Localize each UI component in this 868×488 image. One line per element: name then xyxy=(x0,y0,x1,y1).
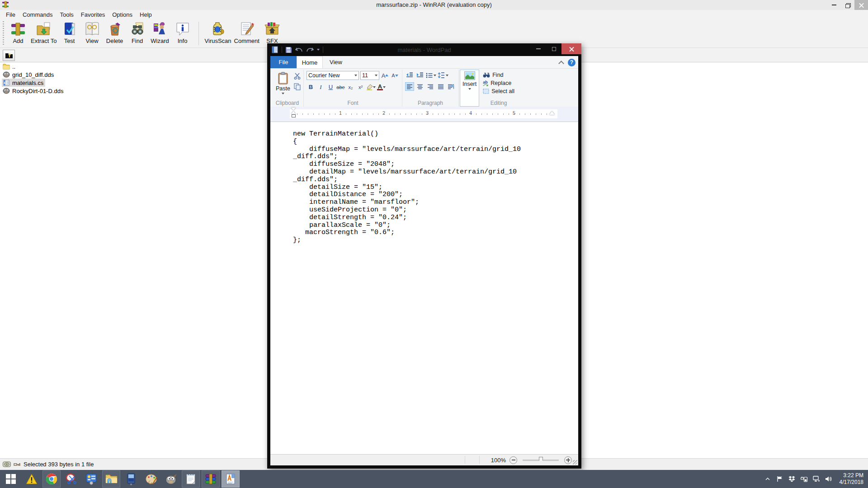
superscript-button[interactable]: x² xyxy=(356,83,365,91)
zoom-slider-thumb[interactable] xyxy=(539,457,543,462)
taskbar-snipping-tool[interactable] xyxy=(62,470,80,488)
virusscan-button[interactable]: VirusScan xyxy=(203,20,233,47)
test-button[interactable]: Test xyxy=(58,20,81,47)
paste-button[interactable]: Paste xyxy=(274,71,292,100)
zoom-slider[interactable] xyxy=(523,460,559,461)
find-button[interactable]: Find xyxy=(126,20,149,47)
extract-folder-icon xyxy=(35,20,52,38)
taskbar-clock[interactable]: 3:22 PM 4/17/2018 xyxy=(837,472,863,486)
font-color-button[interactable]: A xyxy=(377,83,386,91)
wordpad-close-button[interactable] xyxy=(561,43,581,54)
replace-label: Replace xyxy=(491,80,511,86)
zoom-out-button[interactable] xyxy=(509,456,517,464)
underline-button[interactable]: U xyxy=(326,83,335,91)
winrar-minimize-button[interactable] xyxy=(827,0,841,10)
tray-volume[interactable] xyxy=(825,475,833,483)
shrink-font-button[interactable]: A xyxy=(391,71,399,80)
add-button[interactable]: Add xyxy=(7,20,29,47)
bold-button[interactable]: B xyxy=(307,83,315,91)
taskbar-warning-app[interactable] xyxy=(23,470,41,488)
winrar-restore-button[interactable] xyxy=(841,0,854,10)
resize-grip[interactable] xyxy=(573,460,577,465)
collapse-ribbon-icon[interactable] xyxy=(558,61,564,66)
menu-tools[interactable]: Tools xyxy=(56,11,77,18)
cut-icon[interactable] xyxy=(294,73,301,80)
font-name-caret-icon xyxy=(354,75,357,76)
copy-icon[interactable] xyxy=(294,83,301,90)
start-button[interactable] xyxy=(0,470,22,488)
justify-button[interactable] xyxy=(436,82,445,91)
winrar-close-button[interactable] xyxy=(854,0,868,10)
save-icon[interactable] xyxy=(285,47,292,53)
italic-button[interactable]: I xyxy=(316,83,325,91)
document-text[interactable]: new TerrainMaterial() { diffuseMap = "le… xyxy=(270,122,578,244)
redo-icon[interactable] xyxy=(306,47,314,53)
taskbar-wordpad[interactable] xyxy=(222,470,240,488)
wizard-button[interactable]: Wizard xyxy=(149,20,171,47)
find-button-wp[interactable]: Find xyxy=(483,72,514,78)
font-group: Courier New 11 A A B I U xyxy=(304,70,402,107)
line-spacing-button[interactable] xyxy=(438,71,448,80)
document-area[interactable]: new TerrainMaterial() { diffuseMap = "le… xyxy=(270,122,578,454)
select-all-label: Select all xyxy=(491,88,514,94)
ruler[interactable]: 1 2 3 4 5 xyxy=(270,107,578,122)
taskbar-file-explorer[interactable] xyxy=(102,470,120,488)
menu-commands[interactable]: Commands xyxy=(19,11,56,18)
tab-file[interactable]: File xyxy=(270,56,297,68)
delete-button[interactable]: Delete xyxy=(104,20,126,47)
replace-button[interactable]: ab Replace xyxy=(483,80,514,86)
indent-marker[interactable] xyxy=(291,108,296,118)
strikethrough-button[interactable]: abe xyxy=(336,83,345,91)
extract-to-button[interactable]: Extract To xyxy=(29,20,58,47)
sfx-button[interactable]: SFX xyxy=(261,20,283,47)
select-all-button[interactable]: Select all xyxy=(483,88,514,94)
align-center-button[interactable] xyxy=(415,82,425,91)
help-button[interactable]: ? xyxy=(568,59,576,66)
align-left-button[interactable] xyxy=(405,82,414,91)
up-one-level-button[interactable] xyxy=(3,50,15,61)
comment-button[interactable]: Comment xyxy=(233,20,261,47)
tray-power[interactable] xyxy=(800,475,808,483)
menu-favorites[interactable]: Favorites xyxy=(77,11,108,18)
align-right-button[interactable] xyxy=(426,82,435,91)
increase-indent-button[interactable] xyxy=(415,71,425,80)
taskbar-chrome[interactable] xyxy=(42,470,61,488)
menu-options[interactable]: Options xyxy=(108,11,136,18)
wordpad-minimize-button[interactable] xyxy=(531,43,546,54)
wordpad-maximize-button[interactable] xyxy=(546,43,561,54)
view-button[interactable]: View xyxy=(81,20,104,47)
taskbar-blue-app[interactable] xyxy=(122,470,140,488)
taskbar-notepad[interactable] xyxy=(182,470,200,488)
tab-view[interactable]: View xyxy=(323,56,349,68)
right-indent-marker[interactable] xyxy=(549,111,555,115)
highlight-button[interactable] xyxy=(366,83,376,91)
paragraph-settings-button[interactable] xyxy=(447,82,456,91)
tray-action-center[interactable] xyxy=(776,475,784,483)
wizard-label: Wizard xyxy=(151,38,169,44)
insert-button[interactable]: Insert xyxy=(460,70,479,107)
undo-icon[interactable] xyxy=(295,47,303,53)
tray-expand-button[interactable] xyxy=(764,475,772,483)
editing-group: Find ab Replace Select all Editing xyxy=(480,70,517,107)
tray-network[interactable] xyxy=(812,475,821,483)
info-button[interactable]: Info xyxy=(171,20,194,47)
menu-help[interactable]: Help xyxy=(136,11,156,18)
list-button[interactable] xyxy=(426,71,436,80)
font-name-combo[interactable]: Courier New xyxy=(307,71,359,80)
menu-file[interactable]: File xyxy=(2,11,19,18)
tray-dropbox[interactable] xyxy=(788,475,796,483)
taskbar-winrar[interactable] xyxy=(202,470,220,488)
tab-home[interactable]: Home xyxy=(297,56,323,68)
subscript-button[interactable]: x₂ xyxy=(346,83,355,91)
zoom-in-button[interactable] xyxy=(564,456,572,464)
decrease-indent-button[interactable] xyxy=(405,71,414,80)
toolbar-grip[interactable] xyxy=(3,21,4,46)
wordpad-window: materials - WordPad File Home View ? Pas… xyxy=(267,43,581,469)
taskbar-control-panel[interactable] xyxy=(82,470,100,488)
info-label: Info xyxy=(178,38,188,44)
taskbar-paint[interactable] xyxy=(142,470,160,488)
qat-dropdown-icon[interactable] xyxy=(317,49,320,51)
grow-font-button[interactable]: A xyxy=(381,71,389,80)
taskbar-gimp[interactable] xyxy=(162,470,180,488)
font-size-combo[interactable]: 11 xyxy=(360,71,379,80)
